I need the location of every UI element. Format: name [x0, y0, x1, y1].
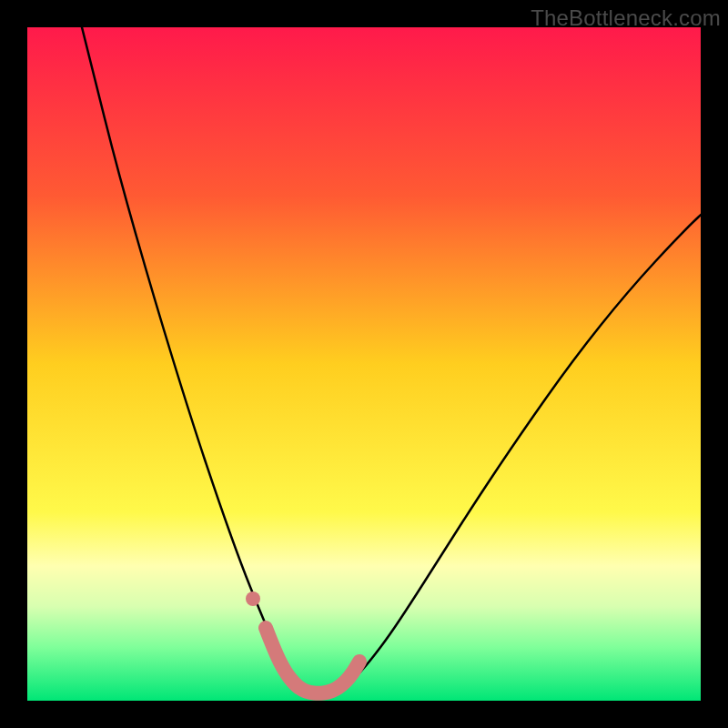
- bottleneck-curve: [77, 27, 701, 696]
- marker-dot-upper: [246, 592, 260, 606]
- sweet-spot-marker: [266, 628, 359, 693]
- chart-svg: [27, 27, 701, 701]
- chart-frame: [27, 27, 701, 701]
